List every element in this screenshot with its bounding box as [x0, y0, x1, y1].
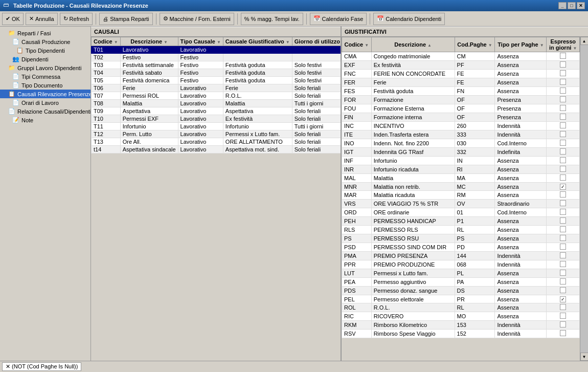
- causali-row[interactable]: T03 Festività settimanale Festivo Festiv…: [92, 61, 341, 69]
- calendario-dip-button[interactable]: 📅 Calendario Dipendenti: [373, 13, 445, 25]
- giustificativi-row[interactable]: INO Indenn. Not. fino 2200 030 Cod.Inter…: [342, 139, 580, 148]
- giustificativi-row[interactable]: ORD ORE ordinarie 01 Cod.Interno: [342, 208, 580, 217]
- espresso-checkbox[interactable]: [560, 217, 566, 224]
- sidebar-item-relazione-causali[interactable]: 📄 Relazione Causali/Dipendenti: [0, 107, 91, 116]
- maximize-button[interactable]: □: [568, 2, 576, 9]
- espresso-checkbox[interactable]: [560, 184, 566, 190]
- giustificativi-row[interactable]: MAR Malattia ricaduta RM Assenza: [342, 191, 580, 200]
- espresso-checkbox[interactable]: [560, 252, 566, 258]
- giust-col-espresso[interactable]: Espressoin giorni ▼: [547, 37, 580, 52]
- causali-col-giorno[interactable]: Giorno di utilizzo ▼: [292, 37, 341, 46]
- espresso-checkbox[interactable]: [560, 131, 566, 137]
- causali-row[interactable]: T08 Malattia Lavorativo Malattia Tutti i…: [92, 100, 341, 107]
- refresh-button[interactable]: ↻ Refresh: [60, 13, 93, 25]
- espresso-checkbox[interactable]: [560, 140, 566, 146]
- giustificativi-row[interactable]: MAL Malattia MA Assenza: [342, 174, 580, 183]
- causali-col-tipo[interactable]: Tipo Causale ▼: [178, 37, 223, 46]
- espresso-checkbox[interactable]: [560, 96, 566, 102]
- espresso-checkbox[interactable]: [560, 313, 566, 319]
- causali-row[interactable]: T01 Lavorativo Lavorativo: [92, 46, 341, 54]
- sidebar-item-tipo-dipendenti[interactable]: 📋 Tipo Dipendenti: [0, 46, 91, 55]
- giustificativi-row[interactable]: EXF Ex festività PF Assenza: [342, 61, 580, 70]
- sidebar-item-causali-rilevazione[interactable]: 📋 Causali Rilevazione Presenze: [0, 90, 91, 98]
- giustificativi-row[interactable]: INC INCENTIVO 260 Indennità: [342, 122, 580, 130]
- espresso-checkbox[interactable]: [560, 79, 566, 85]
- scroll-track[interactable]: [580, 45, 589, 353]
- causali-row[interactable]: T06 Ferie Lavorativo Ferie Solo feriali: [92, 84, 341, 92]
- giust-col-codice[interactable]: Codice ▼: [342, 37, 372, 52]
- giustificativi-row[interactable]: RSV Rimborso Spese Viaggio 152 Indennità: [342, 330, 580, 338]
- giustificativi-row[interactable]: FES Festività goduta FN Assenza: [342, 87, 580, 96]
- sidebar-item-note[interactable]: 📝 Note: [0, 116, 91, 124]
- sidebar-item-tipi-commessa[interactable]: 📄 Tipi Commessa: [0, 72, 91, 81]
- giustificativi-row[interactable]: PSD PERMESSO SIND COM DIR PD Assenza: [342, 243, 580, 252]
- giustificativi-row[interactable]: INR Infortunio ricaduta RI Assenza: [342, 165, 580, 174]
- annulla-button[interactable]: ✕ Annulla: [26, 13, 58, 25]
- giustificativi-row[interactable]: FOU Formazione Esterna OF Presenza: [342, 104, 580, 113]
- espresso-checkbox[interactable]: [560, 191, 566, 198]
- espresso-checkbox[interactable]: [560, 330, 566, 336]
- giustificativi-row[interactable]: PEA Permesso aggiuntivo PA Assenza: [342, 278, 580, 287]
- giustificativi-row[interactable]: RIC RICOVERO MO Assenza: [342, 312, 580, 321]
- espresso-checkbox[interactable]: [560, 278, 566, 285]
- giustificativi-row[interactable]: FER Ferie FE Assenza: [342, 78, 580, 87]
- causali-row[interactable]: T07 Permessi ROL Lavorativo R.O.L. Solo …: [92, 92, 341, 100]
- espresso-checkbox[interactable]: [560, 166, 566, 172]
- macchine-button[interactable]: ⚙ Macchine / Forn. Esterni: [160, 13, 234, 25]
- giustificativi-row[interactable]: PDS Permesso donaz. sangue DS Assenza: [342, 287, 580, 295]
- giustificativi-row[interactable]: FOR Formazione OF Presenza: [342, 96, 580, 104]
- magg-button[interactable]: % % magg. Tempi lav.: [241, 13, 303, 25]
- scroll-down-button[interactable]: ▼: [580, 353, 589, 361]
- causali-row[interactable]: T02 Festivo Festivo: [92, 54, 341, 61]
- sidebar-item-tipo-documento[interactable]: 📄 Tipo Documento: [0, 81, 91, 90]
- giustificativi-row[interactable]: PEH PERMESSO HANDICAP P1 Assenza: [342, 217, 580, 226]
- causali-row[interactable]: T10 Permessi EXF Lavorativo Ex festività…: [92, 115, 341, 123]
- espresso-checkbox[interactable]: [560, 321, 566, 327]
- sidebar-item-reparti-fasi[interactable]: 📁 Reparti / Fasi: [0, 29, 91, 37]
- calendario-fase-button[interactable]: 📅 Calendario Fase: [310, 13, 367, 25]
- giustificativi-row[interactable]: CMA Congedo matrimoniale CM Assenza: [342, 52, 580, 61]
- espresso-checkbox[interactable]: [560, 209, 566, 215]
- espresso-checkbox[interactable]: [560, 53, 566, 59]
- giustificativi-row[interactable]: RLS PERMESSO RLS RL Assenza: [342, 226, 580, 234]
- minimize-button[interactable]: _: [558, 2, 567, 9]
- espresso-checkbox[interactable]: [560, 157, 566, 163]
- giust-col-cod-paghe[interactable]: Cod.Paghe ▼: [455, 37, 495, 52]
- giustificativi-row[interactable]: ROL R.O.L. RL Assenza: [342, 303, 580, 312]
- sidebar-item-dipendenti[interactable]: 👥 Dipendenti: [0, 55, 91, 63]
- giustificativi-table-container[interactable]: Codice ▼ Descrizione ▲ Cod.Paghe ▼ Tipo …: [342, 37, 580, 361]
- close-button[interactable]: ✕: [577, 2, 585, 9]
- stampa-button[interactable]: 🖨 Stampa Reparti: [99, 13, 152, 25]
- causali-row[interactable]: T11 Infortunio Lavorativo Infortunio Tut…: [92, 123, 341, 130]
- espresso-checkbox[interactable]: [560, 296, 566, 302]
- espresso-checkbox[interactable]: [560, 61, 566, 68]
- espresso-checkbox[interactable]: [560, 122, 566, 128]
- causali-col-descrizione[interactable]: Descrizione ▼: [120, 37, 178, 46]
- giustificativi-row[interactable]: FNC FERIE NON CONCORDATE FE Assenza: [342, 70, 580, 78]
- espresso-checkbox[interactable]: [560, 226, 566, 232]
- giustificativi-row[interactable]: RKM Rimborso Kilometrico 153 Indennità: [342, 321, 580, 330]
- giustificativi-row[interactable]: PS PERMESSO RSU PS Assenza: [342, 234, 580, 243]
- causali-table-container[interactable]: Codice ▼ Descrizione ▼ Tipo Causale ▼ Ca…: [91, 37, 341, 361]
- giustificativi-row[interactable]: IGT Indennita GG TRasf 332 Indefinita: [342, 148, 580, 157]
- giustificativi-row[interactable]: PEL Permesso elettorale PR Assenza: [342, 295, 580, 303]
- giustificativi-row[interactable]: FIN Formazione interna OF Presenza: [342, 113, 580, 122]
- causali-row[interactable]: T09 Aspettativa Lavorativo Aspettativa S…: [92, 107, 341, 115]
- giust-col-descrizione[interactable]: Descrizione ▲: [371, 37, 455, 52]
- causali-row[interactable]: T05 Festività domenica Festivo Festività…: [92, 77, 341, 84]
- espresso-checkbox[interactable]: [560, 148, 566, 155]
- causali-row[interactable]: t14 Aspettativa sindacale Lavorativo Asp…: [92, 146, 341, 154]
- espresso-checkbox[interactable]: [560, 287, 566, 293]
- causali-row[interactable]: T12 Perm. Lutto Lavorativo Permessi x Lu…: [92, 130, 341, 138]
- giust-col-tipo-paghe[interactable]: Tipo per Paghe ▼: [495, 37, 547, 52]
- ok-button[interactable]: ✔ OK: [2, 13, 24, 25]
- giustificativi-row[interactable]: PMA PREMIO PRESENZA 144 Indennità: [342, 252, 580, 260]
- espresso-checkbox[interactable]: [560, 261, 566, 267]
- giustificativi-row[interactable]: VRS ORE VIAGGIO 75 % STR OV Straordinari…: [342, 200, 580, 208]
- espresso-checkbox[interactable]: [560, 244, 566, 250]
- scrollbar-right[interactable]: ▲ ▼: [580, 37, 588, 361]
- espresso-checkbox[interactable]: [560, 114, 566, 120]
- causali-col-codice[interactable]: Codice ▼: [92, 37, 121, 46]
- espresso-checkbox[interactable]: [560, 270, 566, 276]
- giustificativi-row[interactable]: PPR PREMIO PRODUZIONE 068 Indennità: [342, 260, 580, 269]
